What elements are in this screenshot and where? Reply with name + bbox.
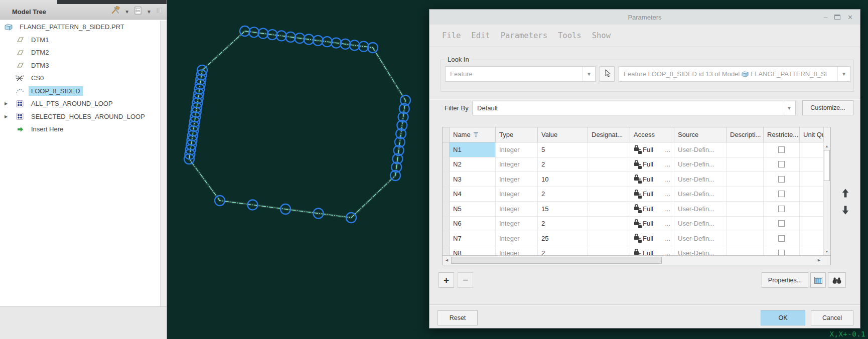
- restricted-checkbox[interactable]: [778, 220, 785, 227]
- cell-designated[interactable]: [588, 172, 630, 187]
- look-in-context-field[interactable]: Feature LOOP_8_SIDED id 13 of Model FLAN…: [619, 66, 850, 82]
- column-header-type[interactable]: Type: [496, 127, 538, 142]
- cell-name[interactable]: N2: [450, 157, 496, 172]
- cell-value[interactable]: 5: [538, 142, 588, 157]
- restricted-checkbox[interactable]: [778, 146, 785, 153]
- chevron-down-icon[interactable]: ▼: [147, 9, 152, 15]
- chevron-down-icon[interactable]: ▼: [124, 9, 129, 15]
- cell-access[interactable]: Full...: [630, 142, 674, 157]
- table-row-n6[interactable]: N6Integer2Full...User-Defin...: [443, 217, 830, 232]
- look-in-scope-select[interactable]: Feature ▼: [445, 66, 596, 82]
- cell-description[interactable]: [727, 231, 764, 246]
- access-more-button[interactable]: ...: [665, 205, 670, 213]
- tree-item-loop-8-sided[interactable]: LOOP_8_SIDED: [0, 85, 160, 98]
- cell-description[interactable]: [727, 202, 764, 216]
- tree-item-selected-holes-around-loop[interactable]: ▶SELECTED_HOLES_AROUND_LOOP: [0, 110, 160, 123]
- cell-access[interactable]: Full...: [630, 202, 674, 216]
- menu-show[interactable]: Show: [592, 31, 611, 40]
- tree-item-all-pts-around-loop[interactable]: ▶ALL_PTS_AROUND_LOOP: [0, 97, 160, 110]
- access-more-button[interactable]: ...: [665, 190, 670, 198]
- cell-value[interactable]: 10: [538, 172, 588, 187]
- chevron-down-icon[interactable]: ▼: [783, 101, 795, 115]
- cell-value[interactable]: 2: [538, 217, 588, 231]
- cell-designated[interactable]: [588, 187, 630, 202]
- tree-item-flange-pattern-8-sided-prt[interactable]: FLANGE_PATTERN_8_SIDED.PRT: [0, 21, 160, 34]
- customize-button[interactable]: Customize...: [802, 100, 853, 115]
- cell-description[interactable]: [727, 142, 764, 157]
- menu-file[interactable]: File: [442, 31, 461, 40]
- cell-name[interactable]: N4: [450, 187, 496, 202]
- reset-button[interactable]: Reset: [438, 310, 478, 325]
- cell-name[interactable]: N6: [450, 217, 496, 231]
- add-parameter-button[interactable]: +: [439, 272, 454, 288]
- close-button[interactable]: ✕: [847, 14, 853, 21]
- remove-parameter-button[interactable]: −: [458, 272, 473, 288]
- chevron-down-icon[interactable]: ▼: [837, 67, 850, 81]
- tree-item-dtm3[interactable]: DTM3: [0, 59, 160, 72]
- scroll-left-icon[interactable]: ◀: [444, 257, 450, 264]
- cell-value[interactable]: 25: [538, 231, 588, 246]
- menu-edit[interactable]: Edit: [471, 31, 490, 40]
- tree-item-dtm2[interactable]: DTM2: [0, 46, 160, 59]
- chevron-down-icon[interactable]: ▼: [583, 67, 595, 81]
- column-header-value[interactable]: Value: [538, 127, 588, 142]
- access-more-button[interactable]: ...: [665, 160, 670, 168]
- cell-value[interactable]: 2: [538, 157, 588, 172]
- minimize-button[interactable]: –: [824, 14, 827, 21]
- cell-access[interactable]: Full...: [630, 217, 674, 231]
- move-up-button[interactable]: [839, 186, 852, 200]
- column-header-restricte[interactable]: Restricte...: [764, 127, 800, 142]
- panel-splitter-icon[interactable]: [156, 7, 163, 16]
- tree-item-insert-here[interactable]: Insert Here: [0, 123, 160, 136]
- table-row-n2[interactable]: N2Integer2Full...User-Defin...: [443, 157, 830, 173]
- table-horizontal-scrollbar[interactable]: ◀▶: [443, 255, 830, 265]
- cell-name[interactable]: N5: [450, 202, 496, 216]
- cell-designated[interactable]: [588, 142, 630, 157]
- tree-item-dtm1[interactable]: DTM1: [0, 34, 160, 47]
- column-display-button[interactable]: [810, 272, 826, 288]
- cell-access[interactable]: Full...: [630, 172, 674, 187]
- restricted-checkbox[interactable]: [778, 176, 785, 183]
- restricted-checkbox[interactable]: [778, 206, 785, 212]
- ok-button[interactable]: OK: [761, 310, 805, 325]
- cell-description[interactable]: [727, 217, 764, 231]
- cell-designated[interactable]: [588, 157, 630, 172]
- column-header-descripti[interactable]: Descripti...: [727, 127, 764, 142]
- cell-name[interactable]: N1: [450, 142, 496, 157]
- cell-name[interactable]: N3: [450, 172, 496, 187]
- cell-value[interactable]: 15: [538, 202, 588, 216]
- maximize-button[interactable]: [834, 15, 840, 20]
- cell-designated[interactable]: [588, 217, 630, 231]
- find-button[interactable]: [828, 272, 846, 288]
- column-header-name[interactable]: Name: [450, 127, 496, 142]
- table-row-n5[interactable]: N5Integer15Full...User-Defin...: [443, 202, 830, 217]
- table-row-n3[interactable]: N3Integer10Full...User-Defin...: [443, 172, 830, 187]
- access-more-button[interactable]: ...: [665, 235, 670, 242]
- model-tree-scrollbar[interactable]: [160, 21, 167, 307]
- tree-settings-icon[interactable]: [133, 7, 142, 17]
- cancel-button[interactable]: Cancel: [811, 310, 853, 325]
- cell-access[interactable]: Full...: [630, 187, 674, 202]
- table-row-n1[interactable]: N1Integer5Full...User-Defin...: [443, 142, 830, 157]
- cell-designated[interactable]: [588, 231, 630, 246]
- cell-description[interactable]: [727, 187, 764, 202]
- scroll-up-icon[interactable]: ▲: [823, 142, 830, 149]
- cell-description[interactable]: [727, 157, 764, 172]
- properties-button[interactable]: Properties...: [762, 272, 808, 288]
- expander-icon[interactable]: ▶: [4, 101, 15, 106]
- expander-icon[interactable]: ▶: [4, 114, 15, 119]
- cell-name[interactable]: N7: [450, 231, 496, 246]
- cell-description[interactable]: [727, 172, 764, 187]
- select-item-button[interactable]: [600, 66, 615, 82]
- table-vertical-scrollbar[interactable]: ▲▼: [823, 142, 830, 255]
- restricted-checkbox[interactable]: [778, 191, 785, 197]
- access-more-button[interactable]: ...: [665, 146, 670, 153]
- table-row-n4[interactable]: N4Integer2Full...User-Defin...: [443, 187, 830, 202]
- cell-access[interactable]: Full...: [630, 231, 674, 246]
- tree-item-cs0[interactable]: xyCS0: [0, 72, 160, 85]
- column-header-unit-qua[interactable]: Unit Qua...: [800, 127, 824, 142]
- cell-designated[interactable]: [588, 202, 630, 216]
- restricted-checkbox[interactable]: [778, 235, 785, 242]
- cell-value[interactable]: 2: [538, 187, 588, 202]
- scrollbar-thumb[interactable]: [451, 257, 662, 264]
